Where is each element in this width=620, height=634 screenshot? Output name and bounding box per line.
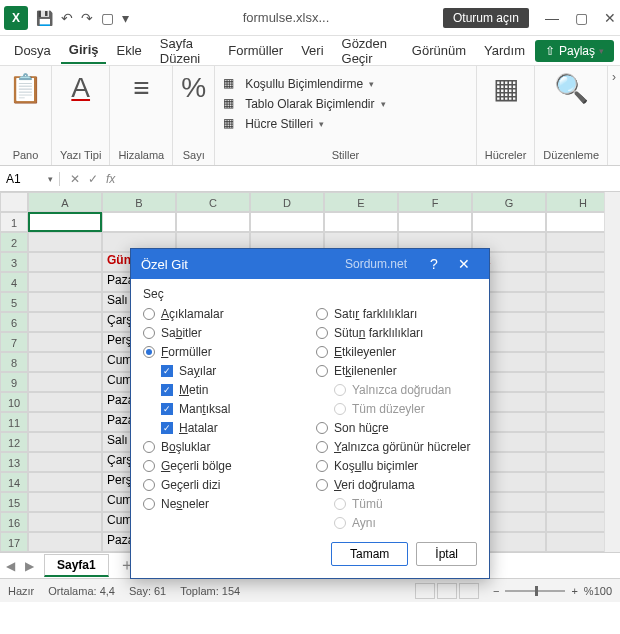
font-icon[interactable]: A — [71, 72, 90, 104]
row-header[interactable]: 6 — [0, 312, 28, 332]
radio-koşullu-biçimler[interactable]: Koşullu biçimler — [316, 459, 477, 473]
sheet-nav-prev-icon[interactable]: ◀ — [6, 559, 15, 573]
tab-giriş[interactable]: Giriş — [61, 37, 107, 64]
cell[interactable] — [176, 212, 250, 232]
row-header[interactable]: 1 — [0, 212, 28, 232]
row-header[interactable]: 17 — [0, 532, 28, 552]
radio-yalnızca-görünür-hücreler[interactable]: Yalnızca görünür hücreler — [316, 440, 477, 454]
accept-formula-icon[interactable]: ✓ — [88, 172, 98, 186]
row-header[interactable]: 12 — [0, 432, 28, 452]
tab-gözden geçir[interactable]: Gözden Geçir — [334, 31, 402, 71]
dialog-close-icon[interactable]: ✕ — [449, 256, 479, 272]
row-header[interactable]: 4 — [0, 272, 28, 292]
minimize-icon[interactable]: — — [545, 10, 559, 26]
redo-icon[interactable]: ↷ — [81, 10, 93, 26]
tab-veri[interactable]: Veri — [293, 38, 331, 63]
fx-icon[interactable]: fx — [106, 172, 115, 186]
col-header[interactable]: A — [28, 192, 102, 212]
cancel-button[interactable]: İptal — [416, 542, 477, 566]
row-header[interactable]: 7 — [0, 332, 28, 352]
cell[interactable] — [28, 392, 102, 412]
checkbox-sayılar[interactable]: ✓Sayılar — [161, 364, 304, 378]
radio-sabitler[interactable]: Sabitler — [143, 326, 304, 340]
checkbox-hatalar[interactable]: ✓Hatalar — [161, 421, 304, 435]
col-header[interactable]: F — [398, 192, 472, 212]
cell[interactable] — [28, 512, 102, 532]
col-header[interactable]: G — [472, 192, 546, 212]
view-buttons[interactable] — [415, 583, 479, 599]
col-header[interactable]: C — [176, 192, 250, 212]
search-icon[interactable]: 🔍 — [554, 72, 589, 105]
col-header[interactable]: B — [102, 192, 176, 212]
radio-veri-doğrulama[interactable]: Veri doğrulama — [316, 478, 477, 492]
save-icon[interactable]: 💾 — [36, 10, 53, 26]
radio-boşluklar[interactable]: Boşluklar — [143, 440, 304, 454]
row-header[interactable]: 13 — [0, 452, 28, 472]
share-button[interactable]: ⇧ Paylaş ▾ — [535, 40, 614, 62]
namebox[interactable]: A1▾ — [0, 172, 60, 186]
format-as-table-button[interactable]: ▦Tablo Olarak Biçimlendir ▾ — [223, 96, 385, 112]
cell[interactable] — [28, 312, 102, 332]
cell[interactable] — [28, 432, 102, 452]
tab-sayfa düzeni[interactable]: Sayfa Düzeni — [152, 31, 218, 71]
row-header[interactable]: 9 — [0, 372, 28, 392]
cell[interactable] — [28, 252, 102, 272]
col-header[interactable]: E — [324, 192, 398, 212]
radio-sütun-farklılıkları[interactable]: Sütun farklılıkları — [316, 326, 477, 340]
clipboard-icon[interactable]: 📋 — [8, 72, 43, 105]
cancel-formula-icon[interactable]: ✕ — [70, 172, 80, 186]
cell[interactable] — [324, 212, 398, 232]
cell[interactable] — [472, 212, 546, 232]
radio-formüller[interactable]: Formüller — [143, 345, 304, 359]
dialog-titlebar[interactable]: Özel Git Sordum.net ? ✕ — [131, 249, 489, 279]
row-header[interactable]: 10 — [0, 392, 28, 412]
zoom-out-icon[interactable]: − — [493, 585, 499, 597]
col-header[interactable]: D — [250, 192, 324, 212]
camera-icon[interactable]: ▢ — [101, 10, 114, 26]
checkbox-metin[interactable]: ✓Metin — [161, 383, 304, 397]
cell[interactable] — [398, 212, 472, 232]
radio-açıklamalar[interactable]: Açıklamalar — [143, 307, 304, 321]
cells-icon[interactable]: ▦ — [493, 72, 519, 105]
maximize-icon[interactable]: ▢ — [575, 10, 588, 26]
row-header[interactable]: 2 — [0, 232, 28, 252]
sheet-tab[interactable]: Sayfa1 — [44, 554, 109, 577]
zoom-level[interactable]: %100 — [584, 585, 612, 597]
radio-geçerli-bölge[interactable]: Geçerli bölge — [143, 459, 304, 473]
row-header[interactable]: 5 — [0, 292, 28, 312]
align-icon[interactable]: ≡ — [133, 72, 149, 104]
row-header[interactable]: 15 — [0, 492, 28, 512]
tab-ekle[interactable]: Ekle — [108, 38, 149, 63]
radio-son-hücre[interactable]: Son hücre — [316, 421, 477, 435]
row-header[interactable]: 8 — [0, 352, 28, 372]
vertical-scrollbar[interactable] — [604, 192, 620, 552]
cell[interactable] — [28, 332, 102, 352]
ribbon-collapse[interactable]: › — [608, 66, 620, 165]
close-icon[interactable]: ✕ — [604, 10, 616, 26]
zoom-slider[interactable] — [505, 590, 565, 592]
radio-satır-farklılıkları[interactable]: Satır farklılıkları — [316, 307, 477, 321]
undo-icon[interactable]: ↶ — [61, 10, 73, 26]
checkbox-mantıksal[interactable]: ✓Mantıksal — [161, 402, 304, 416]
help-icon[interactable]: ? — [419, 256, 449, 272]
tab-dosya[interactable]: Dosya — [6, 38, 59, 63]
row-header[interactable]: 16 — [0, 512, 28, 532]
radio-nesneler[interactable]: Nesneler — [143, 497, 304, 511]
row-header[interactable]: 14 — [0, 472, 28, 492]
cell[interactable] — [28, 272, 102, 292]
cell[interactable] — [28, 412, 102, 432]
row-header[interactable]: 3 — [0, 252, 28, 272]
cell[interactable] — [28, 492, 102, 512]
tab-yardım[interactable]: Yardım — [476, 38, 533, 63]
cell[interactable] — [28, 232, 102, 252]
zoom-in-icon[interactable]: + — [571, 585, 577, 597]
tab-görünüm[interactable]: Görünüm — [404, 38, 474, 63]
cell[interactable] — [102, 212, 176, 232]
cell[interactable] — [28, 292, 102, 312]
cell[interactable] — [28, 472, 102, 492]
select-all[interactable] — [0, 192, 28, 212]
radio-geçerli-dizi[interactable]: Geçerli dizi — [143, 478, 304, 492]
percent-icon[interactable]: % — [181, 72, 206, 104]
sheet-nav-next-icon[interactable]: ▶ — [25, 559, 34, 573]
cell-styles-button[interactable]: ▦Hücre Stilleri ▾ — [223, 116, 385, 132]
